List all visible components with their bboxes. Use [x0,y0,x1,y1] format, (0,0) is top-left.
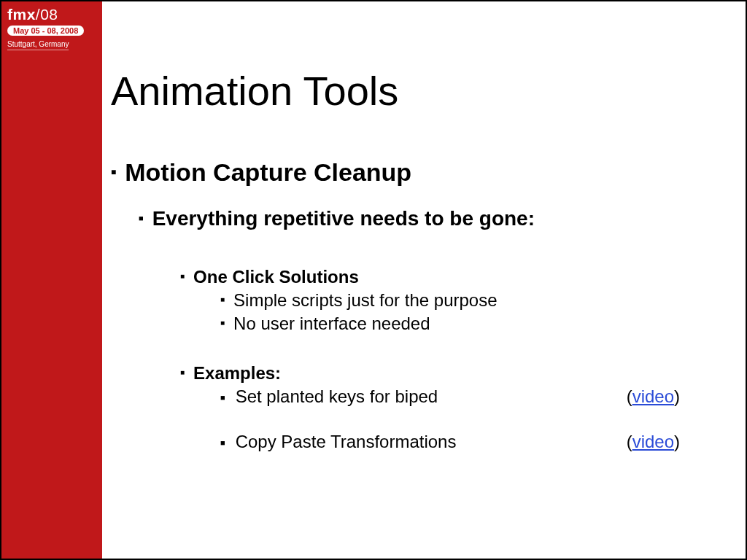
bullet-icon: ■ [220,319,225,327]
event-location: Stuttgart, Germany [7,40,69,50]
section-heading: Examples: [193,363,281,383]
heading-level-3: ■One Click Solutions [180,267,746,287]
video-link-wrap: (video) [627,432,746,452]
logo-brand: fmx [7,6,36,23]
video-link[interactable]: video [632,432,674,451]
logo-text: fmx/08 [7,6,96,23]
item-text: Simple scripts just for the purpose [233,290,498,310]
example-row: ■ Set planted keys for biped (video) [220,386,746,407]
content-area: Animation Tools ■Motion Capture Cleanup … [111,1,746,559]
bullet-icon: ■ [220,393,225,402]
bullet-icon: ■ [139,214,144,222]
slide: fmx/08 May 05 - 08, 2008 Stuttgart, Germ… [0,0,747,560]
heading-level-2: ■Everything repetitive needs to be gone: [139,207,746,230]
heading-level-3: ■Examples: [180,363,746,384]
bullet-icon: ■ [220,438,225,447]
bullet-icon: ■ [220,295,225,303]
bullet-icon: ■ [180,368,185,376]
item-text: No user interface needed [233,314,430,333]
bullet-icon: ■ [180,272,185,280]
video-link-wrap: (video) [627,386,746,407]
bullet-level-4: ■No user interface needed [220,314,746,334]
heading-level-1: ■Motion Capture Cleanup [111,158,746,187]
event-logo: fmx/08 May 05 - 08, 2008 Stuttgart, Germ… [1,1,102,56]
logo-year: /08 [36,6,58,23]
section-heading: One Click Solutions [193,267,359,287]
event-date: May 05 - 08, 2008 [7,26,84,36]
slide-title: Animation Tools [111,67,746,114]
lvl2-text: Everything repetitive needs to be gone: [152,207,535,230]
example-row: ■ Copy Paste Transformations (video) [220,432,746,452]
sidebar: fmx/08 May 05 - 08, 2008 Stuttgart, Germ… [1,1,102,559]
lvl1-text: Motion Capture Cleanup [125,158,411,186]
bullet-level-4: ■Simple scripts just for the purpose [220,290,746,311]
example-label: Copy Paste Transformations [236,432,542,452]
bullet-icon: ■ [111,167,116,177]
example-label: Set planted keys for biped [236,386,542,407]
video-link[interactable]: video [632,386,674,406]
